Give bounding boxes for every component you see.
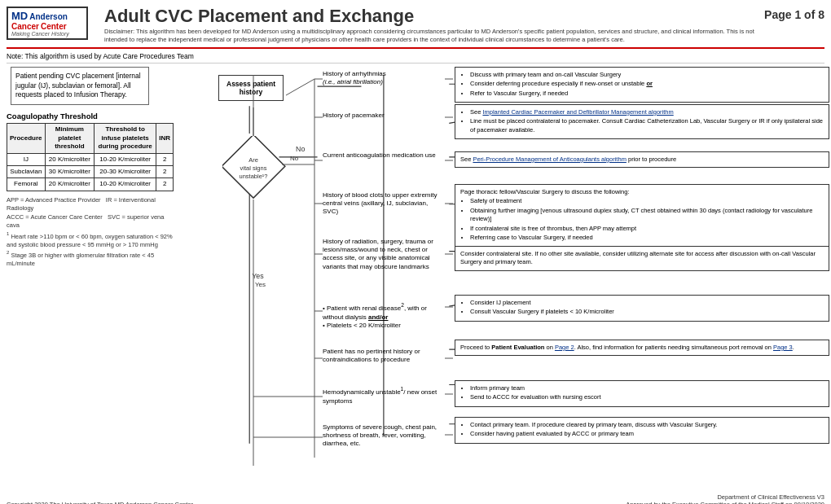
hemodynamic-action-1: Inform primary team	[470, 384, 824, 393]
pacemaker-label: History of pacemaker	[323, 112, 385, 119]
logo-center: Center	[41, 22, 67, 31]
footer-approved: Approved by the Executive Committee of t…	[626, 501, 824, 504]
blood-clots-action-header: Page thoracic fellow/Vascular Surgery to…	[460, 188, 824, 197]
blood-clots-action-box: Page thoracic fellow/Vascular Surgery to…	[455, 184, 829, 248]
arrhythmias-label: History of arrhythmias	[323, 70, 386, 77]
col-threshold: Threshold to infuse platelets during pro…	[95, 124, 156, 153]
logo-anderson: Anderson	[29, 12, 68, 21]
radiation-action-box: Consider contralateral site. If no other…	[455, 246, 829, 271]
cough-action-1: Contact primary team. If procedure clear…	[470, 421, 824, 430]
blood-clots-label: History of blood clots to upper extremit…	[323, 191, 437, 216]
arrhythmias-action-2: Consider deferring procedure especially …	[470, 80, 824, 89]
assess-box: Assess patient history	[218, 75, 284, 101]
svg-text:Are: Are	[248, 156, 258, 164]
renal-action-1: Consider IJ placement	[470, 299, 824, 308]
thresh-ij: 10-20 K/microliter	[95, 153, 156, 165]
patient-box-text: Patient pending CVC placement [internal …	[15, 72, 141, 99]
node-no-pertinent: Patient has no pertinent history or cont…	[323, 348, 443, 365]
logo-area: MD Anderson Cancer Center Making Cancer …	[7, 7, 96, 40]
note-bar: Note: This algorithm is used by Acute Ca…	[7, 52, 824, 64]
min-plat-ij: 20 K/microliter	[45, 153, 95, 165]
arrhythmias-action-3: Refer to Vascular Surgery, if needed	[470, 90, 824, 99]
anticoag-action-box: See Peri-Procedure Management of Anticoa…	[455, 151, 829, 169]
inr-fem: 2	[156, 178, 174, 191]
node-anticoag: Current anticoagulation medication use	[323, 151, 443, 160]
hemodynamic-action-box: Inform primary team Send to ACCC for eva…	[455, 380, 829, 407]
patient-box: Patient pending CVC placement [internal …	[11, 67, 149, 106]
coag-title: Coagulopathy Threshold	[7, 112, 178, 121]
svg-text:unstable¹?: unstable¹?	[239, 173, 267, 180]
node-cough: Symptoms of severe cough, chest pain, sh…	[323, 423, 443, 449]
col-procedure: Procedure	[7, 124, 46, 153]
col-inr: INR	[156, 124, 174, 153]
svg-text:No: No	[290, 155, 299, 162]
coag-section: Coagulopathy Threshold Procedure Minimum…	[7, 112, 178, 191]
pacemaker-link[interactable]: Implanted Cardiac Pacemaker and Defibril…	[482, 108, 673, 116]
blood-clots-action-2: Obtaining further imaging [venous ultras…	[470, 207, 824, 224]
proc-ij: IJ	[7, 153, 46, 165]
logo-tagline: Making Cancer History	[11, 31, 83, 37]
svg-text:vital signs: vital signs	[240, 164, 267, 172]
thresh-sub: 20-30 K/microliter	[95, 165, 156, 177]
svg-line-41	[286, 79, 314, 95]
arrhythmias-sublabel: (i.e., atrial fibrillation)	[323, 78, 383, 85]
no-pertinent-label: Patient has no pertinent history or cont…	[323, 348, 420, 363]
svg-text:Yes: Yes	[255, 281, 266, 288]
no-pertinent-action-box: Proceed to Patient Evaluation on Page 2.…	[455, 340, 829, 357]
node-hemodynamic: Hemodynamically unstable1/ new onset sym…	[323, 387, 443, 405]
min-plat-sub: 30 K/microliter	[45, 165, 95, 177]
logo-cancer: Cancer	[11, 22, 39, 31]
pacemaker-action-box: See Implanted Cardiac Pacemaker and Defi…	[455, 104, 829, 140]
thresh-fem: 10-20 K/microliter	[95, 178, 156, 191]
left-panel: Patient pending CVC placement [internal …	[7, 67, 178, 504]
main-title: Adult CVC Placement and Exchange	[104, 7, 756, 26]
header: MD Anderson Cancer Center Making Cancer …	[7, 7, 824, 49]
anticoag-label: Current anticoagulation medication use	[323, 151, 436, 159]
pacemaker-action-2: Line must be placed contralateral to pac…	[470, 117, 824, 134]
no-pertinent-action-text: Proceed to Patient Evaluation on Page 2.…	[460, 344, 794, 351]
pacemaker-action-1: See Implanted Cardiac Pacemaker and Defi…	[470, 108, 824, 117]
vitals-diamond-container: Are vital signs unstable¹?	[222, 136, 286, 201]
renal-action-2: Consult Vascular Surgery if platelets < …	[470, 308, 824, 317]
flowchart-area: No Yes	[178, 67, 824, 504]
renal-action-box: Consider IJ placement Consult Vascular S…	[455, 295, 829, 322]
node-radiation: History of radiation, surgery, trauma or…	[323, 238, 443, 272]
arrhythmias-action-1: Discuss with primary team and on-call Va…	[470, 71, 824, 80]
page-container: MD Anderson Cancer Center Making Cancer …	[0, 0, 831, 504]
anticoag-action-text: See Peri-Procedure Management of Anticoa…	[460, 156, 676, 163]
renal-platelets: • Platelets < 20 K/microliter	[323, 322, 401, 329]
cough-label: Symptoms of severe cough, chest pain, sh…	[323, 423, 437, 448]
node-blood-clots: History of blood clots to upper extremit…	[323, 191, 443, 217]
abbrev-accc: ACCC = Acute Cancer Care Center SVC = su…	[7, 213, 178, 230]
main-content: Patient pending CVC placement [internal …	[7, 67, 824, 504]
arrhythmias-action-box: Discuss with primary team and on-call Va…	[455, 67, 829, 103]
logo-md: MD	[11, 10, 28, 22]
hemodynamic-action-2: Send to ACCC for evaluation with nursing…	[470, 393, 824, 402]
header-middle: Adult CVC Placement and Exchange Disclai…	[96, 7, 764, 44]
inr-sub: 2	[156, 165, 174, 177]
svg-text:No: No	[296, 145, 305, 153]
blood-clots-action-3: If contralateral site is free of thrombu…	[470, 225, 824, 234]
anticoag-link[interactable]: Peri-Procedure Management of Anticoagula…	[473, 156, 626, 163]
proc-sub: Subclavian	[7, 165, 46, 177]
svg-text:Yes: Yes	[252, 272, 264, 280]
logo-box: MD Anderson Cancer Center Making Cancer …	[7, 7, 88, 40]
node-pacemaker: History of pacemaker	[323, 112, 443, 120]
page3-link[interactable]: Page 3	[773, 344, 793, 351]
node-renal: • Patient with renal disease2, with or w…	[323, 303, 443, 331]
copyright-text: Copyright 2020 The University of Texas M…	[7, 501, 193, 504]
footnote-2: 2 Stage 3B or higher with glomerular fil…	[7, 249, 178, 269]
page2-link[interactable]: Page 2	[555, 344, 574, 351]
note-text: Note: This algorithm is used by Acute Ca…	[7, 52, 194, 60]
page-footer: Department of Clinical Effectiveness V3 …	[626, 493, 824, 504]
node-arrhythmias: History of arrhythmias (i.e., atrial fib…	[323, 70, 443, 87]
vitals-diamond-svg: Are vital signs unstable¹?	[222, 136, 286, 199]
page-number: Page 1 of 8	[764, 7, 824, 21]
inr-ij: 2	[156, 153, 174, 165]
blood-clots-action-4: Referring case to Vascular Surgery, if n…	[470, 234, 824, 243]
cough-action-box: Contact primary team. If procedure clear…	[455, 417, 829, 444]
renal-label: • Patient with renal disease2, with or w…	[323, 305, 427, 320]
hemodynamic-label: Hemodynamically unstable1/ new onset sym…	[323, 388, 437, 404]
copyright-footer: Copyright 2020 The University of Texas M…	[7, 501, 193, 504]
radiation-label: History of radiation, surgery, trauma or…	[323, 238, 433, 270]
